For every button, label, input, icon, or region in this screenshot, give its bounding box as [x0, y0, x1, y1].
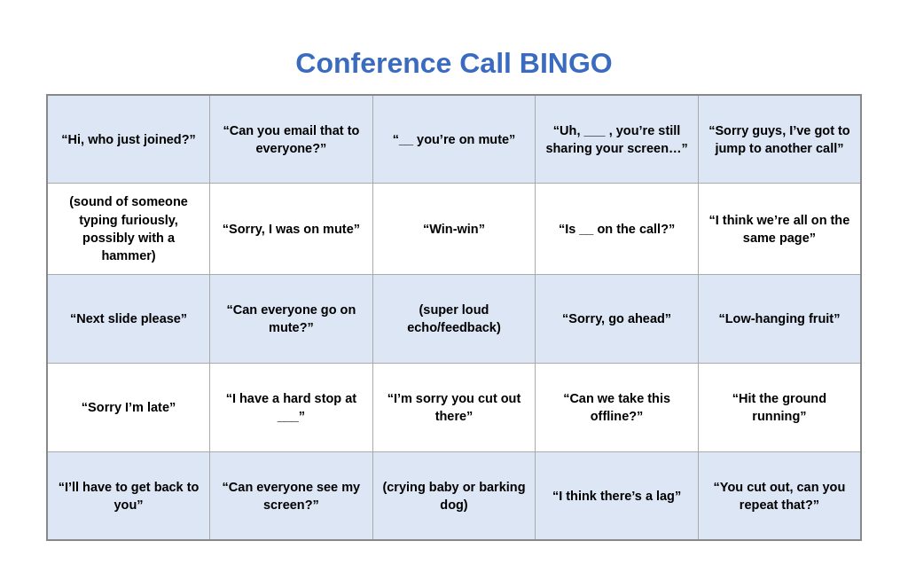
bingo-cell: “I’m sorry you cut out there” [372, 363, 536, 451]
bingo-cell: “Uh, ___ , you’re still sharing your scr… [536, 95, 699, 184]
bingo-cell: (super loud echo/feedback) [372, 274, 536, 363]
bingo-cell: “Can you email that to everyone?” [210, 95, 373, 184]
bingo-cell: “Sorry I’m late” [47, 363, 210, 451]
table-row: “I’ll have to get back to you”“Can every… [47, 451, 861, 540]
page-title: Conference Call BINGO [46, 47, 862, 80]
bingo-cell: “Sorry, go ahead” [536, 274, 699, 363]
bingo-cell: “You cut out, can you repeat that?” [698, 451, 861, 540]
bingo-cell: “I think there’s a lag” [536, 451, 699, 540]
table-row: “Hi, who just joined?”“Can you email tha… [47, 95, 861, 184]
bingo-cell: “Hi, who just joined?” [47, 95, 210, 184]
bingo-cell: “I think we’re all on the same page” [698, 184, 861, 274]
bingo-cell: “I’ll have to get back to you” [47, 451, 210, 540]
bingo-cell: “Next slide please” [47, 274, 210, 363]
table-row: “Next slide please”“Can everyone go on m… [47, 274, 861, 363]
bingo-cell: “Can everyone see my screen?” [210, 451, 373, 540]
bingo-cell: “Can we take this offline?” [536, 363, 699, 451]
page-container: Conference Call BINGO “Hi, who just join… [28, 29, 880, 559]
bingo-cell: “Can everyone go on mute?” [210, 274, 373, 363]
bingo-cell: “Sorry guys, I’ve got to jump to another… [698, 95, 861, 184]
bingo-cell: “Low-hanging fruit” [698, 274, 861, 363]
bingo-cell: “Win-win” [372, 184, 536, 274]
bingo-cell: “I have a hard stop at ___” [210, 363, 373, 451]
bingo-table: “Hi, who just joined?”“Can you email tha… [46, 94, 862, 541]
bingo-cell: (sound of someone typing furiously, poss… [47, 184, 210, 274]
bingo-cell: “Sorry, I was on mute” [210, 184, 373, 274]
bingo-cell: “Is __ on the call?” [536, 184, 699, 274]
bingo-cell: “__ you’re on mute” [372, 95, 536, 184]
bingo-cell: “Hit the ground running” [698, 363, 861, 451]
table-row: “Sorry I’m late”“I have a hard stop at _… [47, 363, 861, 451]
bingo-cell: (crying baby or barking dog) [372, 451, 536, 540]
table-row: (sound of someone typing furiously, poss… [47, 184, 861, 274]
